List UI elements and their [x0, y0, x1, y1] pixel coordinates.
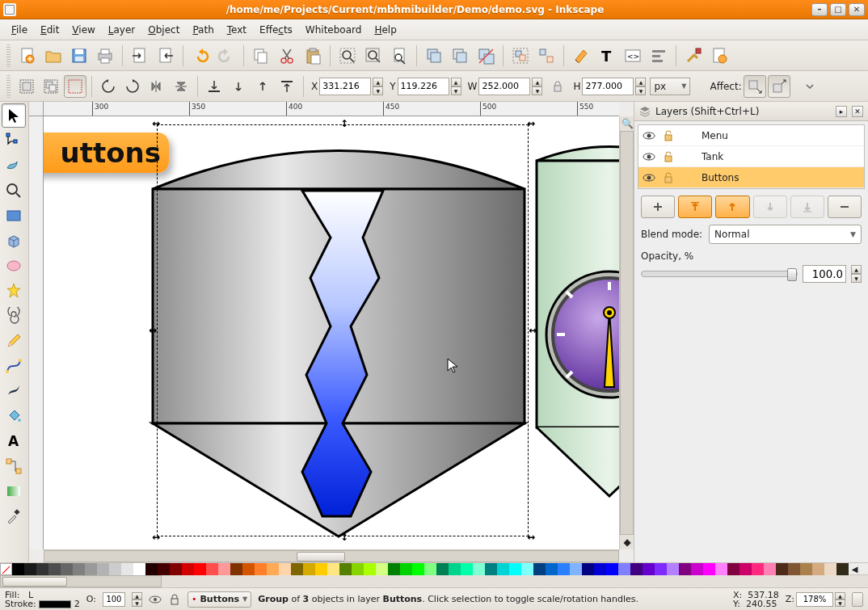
- palette-menu-button[interactable]: ◀: [849, 563, 861, 575]
- close-button[interactable]: ✕: [849, 3, 865, 16]
- color-swatch[interactable]: [752, 563, 764, 575]
- menu-help[interactable]: Help: [368, 22, 402, 38]
- color-swatch[interactable]: [691, 563, 703, 575]
- color-swatch[interactable]: [24, 563, 36, 575]
- selection-handle-s[interactable]: ↕: [339, 532, 350, 543]
- color-swatch[interactable]: [121, 563, 133, 575]
- select-all-button[interactable]: [15, 75, 38, 98]
- selection-handle-nw[interactable]: ↔: [150, 118, 162, 129]
- color-swatch[interactable]: [703, 563, 715, 575]
- raise-top-button[interactable]: [276, 75, 298, 98]
- eye-icon[interactable]: [642, 170, 656, 185]
- horizontal-ruler[interactable]: 300 350 400 450 500 550: [44, 102, 619, 116]
- menu-effects[interactable]: Effects: [253, 22, 299, 38]
- color-swatch[interactable]: [315, 563, 327, 575]
- tweak-tool[interactable]: [2, 154, 26, 178]
- 3dbox-tool[interactable]: [2, 229, 26, 253]
- color-swatch[interactable]: [630, 563, 643, 575]
- selection-handle-ne[interactable]: ↔: [525, 118, 537, 129]
- fill-stroke-indicator[interactable]: Fill: L Stroke: 2: [5, 591, 80, 608]
- layer-row[interactable]: Buttons: [638, 167, 864, 188]
- lower-bottom-button[interactable]: [203, 75, 225, 98]
- color-swatch[interactable]: [594, 563, 606, 575]
- spiral-tool[interactable]: [2, 304, 26, 328]
- w-input[interactable]: [478, 78, 530, 95]
- layer-raise-top-button[interactable]: [678, 196, 712, 218]
- color-swatch[interactable]: [364, 563, 376, 575]
- align-dialog-button[interactable]: [647, 44, 671, 68]
- minimize-button[interactable]: –: [811, 3, 828, 16]
- color-swatch[interactable]: [352, 563, 364, 575]
- color-swatch[interactable]: [133, 563, 145, 575]
- text-dialog-button[interactable]: T: [595, 44, 619, 68]
- affect-scale-button[interactable]: [768, 75, 790, 98]
- color-swatch[interactable]: [764, 563, 776, 575]
- color-swatch[interactable]: [267, 563, 279, 575]
- canvas[interactable]: uttons: [44, 116, 619, 549]
- new-doc-button[interactable]: [15, 44, 40, 68]
- color-swatch[interactable]: [218, 563, 230, 575]
- duplicate-button[interactable]: [422, 44, 446, 68]
- color-swatch[interactable]: [509, 563, 521, 575]
- selector-tool[interactable]: [2, 103, 26, 128]
- color-swatch[interactable]: [461, 563, 473, 575]
- affect-move-button[interactable]: [744, 75, 766, 98]
- color-swatch[interactable]: [194, 563, 206, 575]
- fill-stroke-button[interactable]: [569, 44, 593, 68]
- raise-button[interactable]: [251, 75, 274, 98]
- selection-handle-e[interactable]: ↔: [527, 325, 538, 336]
- x-input[interactable]: [319, 78, 371, 95]
- h-input[interactable]: [582, 78, 634, 95]
- doc-properties-button[interactable]: [707, 44, 731, 68]
- panel-close-button[interactable]: ✕: [852, 106, 863, 117]
- color-swatch[interactable]: [291, 563, 303, 575]
- menu-whiteboard[interactable]: Whiteboard: [299, 22, 369, 38]
- swatch-none[interactable]: [0, 563, 12, 575]
- zoom-in-icon[interactable]: 🔍: [620, 116, 634, 131]
- ellipse-tool[interactable]: [2, 254, 26, 278]
- y-spinner[interactable]: ▲▼: [451, 78, 461, 95]
- color-swatch[interactable]: [655, 563, 667, 575]
- color-swatch[interactable]: [242, 563, 255, 575]
- h-spinner[interactable]: ▲▼: [635, 78, 646, 95]
- lock-icon[interactable]: [661, 128, 676, 143]
- selection-handle-se[interactable]: ↔: [525, 532, 537, 543]
- color-swatch[interactable]: [558, 563, 570, 575]
- zoom-spinner[interactable]: ▲▼: [835, 592, 845, 607]
- paste-button[interactable]: [301, 44, 325, 68]
- lock-icon[interactable]: [168, 593, 181, 606]
- lock-aspect-button[interactable]: [546, 75, 569, 98]
- menu-object[interactable]: Object: [141, 22, 186, 38]
- color-swatch[interactable]: [279, 563, 291, 575]
- print-button[interactable]: [93, 44, 117, 68]
- color-swatch[interactable]: [36, 563, 48, 575]
- unit-select[interactable]: px▼: [650, 78, 690, 95]
- color-swatch[interactable]: [182, 563, 194, 575]
- layer-lower-bottom-button[interactable]: [790, 196, 824, 218]
- color-swatch[interactable]: [606, 563, 618, 575]
- color-swatch[interactable]: [582, 563, 594, 575]
- import-button[interactable]: [128, 44, 152, 68]
- color-swatch[interactable]: [485, 563, 497, 575]
- y-input[interactable]: [398, 78, 449, 95]
- rotate-ccw-button[interactable]: [97, 75, 120, 98]
- color-swatch[interactable]: [546, 563, 558, 575]
- toolbar-handle-2[interactable]: [6, 75, 11, 98]
- color-swatch[interactable]: [424, 563, 436, 575]
- color-swatch[interactable]: [170, 563, 182, 575]
- export-button[interactable]: [154, 44, 178, 68]
- zoom-page-button[interactable]: [387, 44, 411, 68]
- color-swatch[interactable]: [109, 563, 121, 575]
- clone-button[interactable]: [448, 44, 472, 68]
- color-swatch[interactable]: [521, 563, 533, 575]
- color-swatch[interactable]: [667, 563, 679, 575]
- bucket-tool[interactable]: [2, 404, 26, 428]
- rect-tool[interactable]: [2, 204, 26, 228]
- object-opacity-input[interactable]: [103, 592, 125, 607]
- selection-handle-n[interactable]: ↕: [339, 118, 350, 129]
- rotate-cw-button[interactable]: [121, 75, 144, 98]
- eye-icon[interactable]: [642, 149, 656, 164]
- node-tool[interactable]: [2, 128, 26, 153]
- color-swatch[interactable]: [776, 563, 788, 575]
- color-swatch[interactable]: [327, 563, 339, 575]
